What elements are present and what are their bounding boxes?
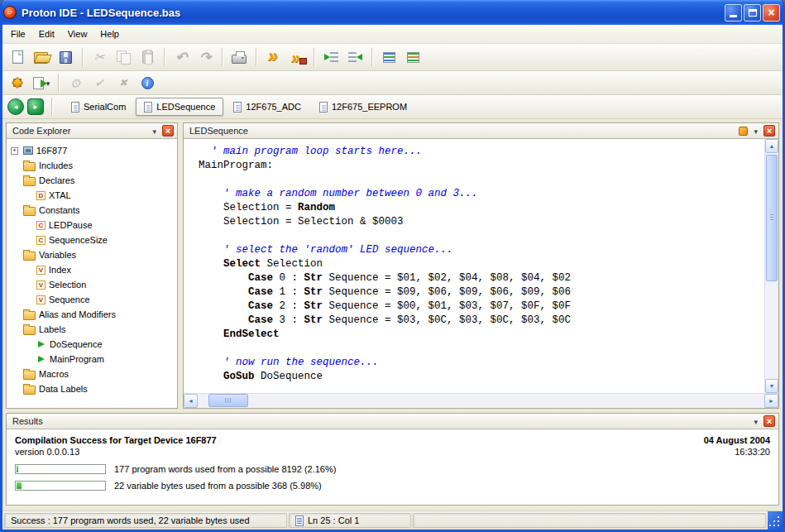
results-body: Compilation Success for Target Device 16… — [7, 429, 778, 505]
save-file-button[interactable] — [54, 46, 77, 68]
panel-close-icon[interactable] — [162, 125, 174, 137]
tree-item-label: Selection — [49, 280, 86, 290]
verify-button — [88, 72, 111, 93]
tree-item-16f877[interactable]: +16F877 — [10, 143, 177, 158]
status-message: Success : 177 program words used, 22 var… — [11, 515, 250, 525]
tree-item-dosequence[interactable]: DoSequence — [10, 337, 177, 352]
tree-item-label: Sequence — [49, 295, 90, 304]
code-line: Case 3 : Str Sequence = $03, $0C, $03, $… — [199, 314, 764, 328]
code-line: ' main program loop starts here... — [199, 145, 764, 159]
code-area[interactable]: ' main program loop starts here...MainPr… — [184, 139, 764, 393]
panel-close-icon[interactable] — [763, 125, 775, 137]
label-arrow-icon — [38, 341, 45, 347]
tab-12f675_adc[interactable]: 12F675_ADC — [225, 98, 309, 116]
indent-block-button[interactable] — [319, 46, 342, 68]
compile-button[interactable] — [261, 46, 285, 68]
maximize-button[interactable] — [744, 4, 761, 22]
compile-icon — [268, 50, 278, 64]
tree-item-includes[interactable]: Includes — [10, 158, 177, 173]
minimize-icon — [730, 15, 737, 17]
resize-grip[interactable] — [768, 511, 783, 530]
open-file-button[interactable] — [30, 46, 53, 68]
code-line: ' select the 'random' LED sequence... — [199, 243, 764, 257]
progress-fill — [17, 482, 22, 489]
forward-button[interactable] — [27, 98, 44, 115]
scrollbar-thumb[interactable] — [208, 394, 248, 407]
code-line: GoSub DoSequence — [199, 370, 764, 384]
scrollbar-thumb[interactable] — [766, 155, 778, 281]
tree-item-label: XTAL — [49, 190, 71, 200]
chip-icon — [23, 146, 33, 155]
scrollbar-track[interactable] — [765, 153, 778, 379]
new-icon — [12, 50, 23, 64]
tree-item-constants[interactable]: Constants — [10, 203, 177, 218]
horizontal-scrollbar[interactable] — [184, 393, 778, 408]
toggle-results-button[interactable] — [377, 46, 400, 68]
print-icon — [232, 55, 247, 64]
cut-icon — [94, 50, 105, 65]
new-file-button[interactable] — [6, 46, 29, 68]
toolbar-separator — [82, 48, 83, 66]
letter-v-icon: V — [36, 295, 45, 304]
tree-item-declares[interactable]: Declares — [10, 173, 177, 188]
usage-text: 22 variable bytes used from a possible 3… — [114, 481, 322, 491]
vertical-scrollbar[interactable] — [764, 139, 778, 393]
tab-serialcom[interactable]: SerialCom — [63, 98, 134, 116]
maximize-icon — [749, 9, 757, 17]
menu-item-file[interactable]: File — [4, 26, 32, 42]
tree-item-selection[interactable]: VSelection — [10, 277, 177, 292]
scroll-down-icon[interactable] — [765, 379, 778, 393]
tree-item-data-labels[interactable]: Data Labels — [10, 381, 177, 396]
menu-item-view[interactable]: View — [61, 26, 94, 42]
menu-item-edit[interactable]: Edit — [32, 26, 61, 42]
panel-menu-icon[interactable] — [150, 126, 159, 136]
tree-item-label: Index — [49, 265, 71, 275]
panel-close-icon[interactable] — [763, 415, 775, 427]
letter-v-icon: V — [36, 280, 45, 290]
tree-item-sequencesize[interactable]: CSequenceSize — [10, 232, 177, 247]
code-explorer-title: Code Explorer — [12, 126, 146, 136]
menu-item-help[interactable]: Help — [93, 26, 126, 42]
undo-button — [170, 46, 193, 68]
expander-icon[interactable]: + — [11, 147, 18, 155]
macro-button — [64, 72, 87, 93]
tree-item-ledpause[interactable]: CLEDPause — [10, 218, 177, 232]
redo-button — [194, 46, 217, 68]
tab-ledsequence[interactable]: LEDSequence — [136, 98, 223, 116]
scroll-up-icon[interactable] — [765, 139, 778, 153]
tree-item-macros[interactable]: Macros — [10, 367, 177, 381]
indent-icon — [324, 52, 338, 62]
tree-item-label: LEDPause — [49, 220, 93, 230]
code-line — [199, 342, 764, 356]
editor-panel: LEDSequence ' main program loop starts h… — [183, 122, 779, 409]
print-button[interactable] — [227, 46, 251, 68]
results-header: Results — [7, 414, 778, 429]
code-line: Select Selection — [199, 257, 764, 271]
scrollbar-track[interactable] — [198, 394, 764, 408]
minimize-button[interactable] — [725, 4, 742, 22]
loader-button[interactable] — [30, 72, 53, 93]
panel-menu-icon[interactable] — [751, 126, 760, 136]
tree-item-alias-and-modifiers[interactable]: Alias and Modifiers — [10, 307, 177, 322]
outdent-block-button[interactable] — [343, 46, 366, 68]
wizard-button[interactable] — [6, 72, 29, 93]
tree-item-xtal[interactable]: DXTAL — [10, 188, 177, 203]
editor-options-icon[interactable] — [739, 127, 748, 136]
tree-item-variables[interactable]: Variables — [10, 247, 177, 262]
panel-menu-icon[interactable] — [751, 416, 760, 426]
tree-item-label: DoSequence — [50, 339, 103, 349]
close-button[interactable]: × — [763, 4, 780, 22]
letter-v-icon: V — [36, 266, 45, 275]
compile-program-button[interactable] — [285, 46, 309, 68]
compile-program-icon — [291, 51, 303, 63]
scroll-right-icon[interactable] — [764, 394, 778, 408]
tree-item-labels[interactable]: Labels — [10, 322, 177, 337]
tab-12f675_eeprom[interactable]: 12F675_EEPROM — [311, 98, 415, 116]
info-button[interactable] — [136, 72, 159, 93]
toggle-explorer-button[interactable] — [401, 46, 424, 68]
tree-item-mainprogram[interactable]: MainProgram — [10, 352, 177, 367]
scroll-left-icon[interactable] — [184, 394, 198, 408]
tree-item-index[interactable]: VIndex — [10, 262, 177, 277]
back-button[interactable] — [7, 98, 24, 115]
tree-item-sequence[interactable]: VSequence — [10, 292, 177, 307]
